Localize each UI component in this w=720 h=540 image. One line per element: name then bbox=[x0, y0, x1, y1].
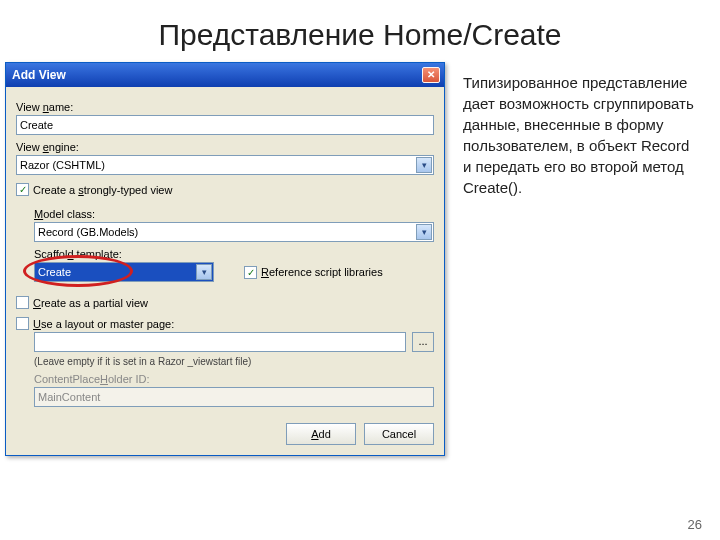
view-name-label: View name: bbox=[16, 101, 434, 113]
reference-libs-label: Reference script libraries bbox=[261, 266, 383, 278]
cancel-button[interactable]: Cancel bbox=[364, 423, 434, 445]
chevron-down-icon: ▾ bbox=[196, 264, 212, 280]
model-class-value: Record (GB.Models) bbox=[38, 226, 138, 238]
explanatory-text: Типизированное представление дает возмож… bbox=[463, 62, 698, 198]
scaffold-template-combo[interactable]: Create ▾ bbox=[34, 262, 214, 282]
close-button[interactable]: ✕ bbox=[422, 67, 440, 83]
partial-view-checkbox[interactable] bbox=[16, 296, 29, 309]
contentplaceholder-input: MainContent bbox=[34, 387, 434, 407]
dialog-title: Add View bbox=[12, 68, 66, 82]
scaffold-template-label: Scaffold template: bbox=[34, 248, 434, 260]
close-icon: ✕ bbox=[427, 70, 435, 80]
add-button[interactable]: Add bbox=[286, 423, 356, 445]
chevron-down-icon: ▾ bbox=[416, 157, 432, 173]
view-engine-combo[interactable]: Razor (CSHTML) ▾ bbox=[16, 155, 434, 175]
slide-title: Представление Home/Create bbox=[0, 0, 720, 62]
model-class-combo[interactable]: Record (GB.Models) ▾ bbox=[34, 222, 434, 242]
reference-libs-checkbox[interactable]: ✓ bbox=[244, 266, 257, 279]
contentplaceholder-value: MainContent bbox=[38, 391, 100, 403]
use-layout-label: Use a layout or master page: bbox=[33, 318, 174, 330]
titlebar: Add View ✕ bbox=[6, 63, 444, 87]
add-view-dialog: Add View ✕ View name: Create View engine… bbox=[5, 62, 445, 456]
contentplaceholder-label: ContentPlaceHolder ID: bbox=[34, 373, 434, 385]
browse-button[interactable]: ... bbox=[412, 332, 434, 352]
leave-empty-note: (Leave empty if it is set in a Razor _vi… bbox=[34, 356, 434, 367]
view-engine-value: Razor (CSHTML) bbox=[20, 159, 105, 171]
partial-view-label: Create as a partial view bbox=[33, 297, 148, 309]
scaffold-template-value: Create bbox=[38, 266, 71, 278]
chevron-down-icon: ▾ bbox=[416, 224, 432, 240]
view-name-value: Create bbox=[20, 119, 53, 131]
view-engine-label: View engine: bbox=[16, 141, 434, 153]
page-number: 26 bbox=[688, 517, 702, 532]
model-class-label: Model class: bbox=[34, 208, 434, 220]
strongly-typed-checkbox[interactable]: ✓ bbox=[16, 183, 29, 196]
layout-path-input[interactable] bbox=[34, 332, 406, 352]
strongly-typed-label: Create a strongly-typed view bbox=[33, 184, 172, 196]
view-name-input[interactable]: Create bbox=[16, 115, 434, 135]
use-layout-checkbox[interactable] bbox=[16, 317, 29, 330]
